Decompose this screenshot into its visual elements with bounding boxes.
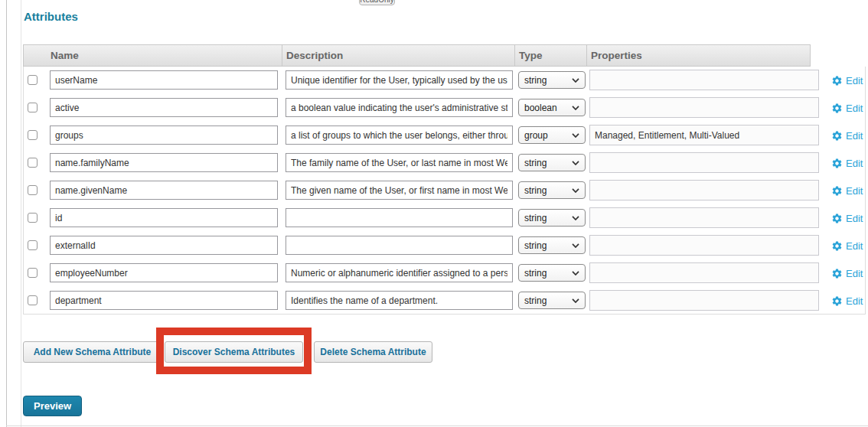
properties-input[interactable] [589,152,819,173]
type-select[interactable]: boolean [518,99,586,116]
attribute-description-input[interactable] [286,125,513,145]
table-row: string Edit [24,204,865,232]
attribute-name-input[interactable] [50,236,278,255]
attribute-name-input[interactable] [50,153,278,172]
edit-link[interactable]: Edit [831,94,863,122]
row-checkbox[interactable] [28,240,38,250]
edit-link[interactable]: Edit [831,204,863,232]
gear-icon [831,75,843,86]
attribute-name-input[interactable] [50,98,278,117]
edit-link[interactable]: Edit [831,259,863,287]
edit-label: Edit [846,213,863,224]
add-new-schema-attribute-button[interactable]: Add New Schema Attribute [23,341,162,363]
attribute-name-input[interactable] [50,291,278,310]
column-header-properties: Properties [591,45,642,66]
attribute-description-input[interactable] [286,291,513,310]
gear-icon [831,213,843,224]
type-select-value: string [524,158,547,168]
edit-link[interactable]: Edit [831,287,863,315]
row-checkbox[interactable] [28,213,38,223]
row-checkbox[interactable] [28,103,38,112]
type-select[interactable]: string [518,264,586,282]
attribute-name-input[interactable] [50,263,278,282]
edit-link[interactable]: Edit [831,149,863,177]
type-select-value: string [524,240,547,251]
row-checkbox[interactable] [28,158,38,168]
type-select[interactable]: group [518,126,586,144]
readonly-dropdown[interactable]: ReadOnly [359,0,395,5]
table-row: string Edit [24,67,865,94]
gear-icon [831,130,843,142]
row-checkbox[interactable] [28,268,38,278]
properties-input[interactable] [589,180,819,200]
divider [6,425,868,426]
table-row: string Edit [24,287,865,315]
type-select[interactable]: string [518,236,586,254]
properties-input[interactable] [589,262,819,283]
type-select[interactable]: string [518,154,586,171]
table-body: string Edit boolean Edit [23,67,866,315]
column-header-description: Description [286,45,343,66]
properties-input[interactable] [589,235,819,256]
chevron-down-icon [572,161,579,165]
edit-link[interactable]: Edit [831,122,863,149]
row-checkbox[interactable] [28,75,38,85]
attribute-name-input[interactable] [50,70,278,90]
attribute-description-input[interactable] [286,181,513,200]
chevron-down-icon [572,106,579,110]
edit-label: Edit [846,130,863,142]
chevron-down-icon [572,243,579,248]
type-select[interactable]: string [518,209,586,227]
chevron-down-icon [572,188,579,193]
divider [586,45,587,66]
edit-label: Edit [846,185,863,197]
type-select-value: string [524,295,547,306]
attribute-description-input[interactable] [286,98,513,117]
attribute-description-input[interactable] [286,208,513,227]
attribute-name-input[interactable] [50,125,278,145]
table-row: group Edit [24,122,865,149]
gear-icon [831,103,843,114]
table-row: string Edit [24,259,865,287]
type-select-value: string [524,268,547,279]
properties-input[interactable] [589,70,819,90]
type-select-value: string [524,185,547,196]
attribute-name-input[interactable] [50,181,278,200]
chevron-down-icon [572,133,579,138]
divider [282,45,282,66]
row-checkbox[interactable] [28,130,38,140]
edit-label: Edit [846,240,863,252]
divider [514,45,515,66]
gear-icon [831,268,843,279]
type-select[interactable]: string [518,71,586,89]
properties-input[interactable] [589,97,819,118]
attribute-description-input[interactable] [286,70,513,90]
edit-link[interactable]: Edit [831,67,863,94]
table-row: string Edit [24,232,865,259]
attribute-description-input[interactable] [286,263,513,282]
delete-schema-attribute-button[interactable]: Delete Schema Attribute [314,341,432,363]
gear-icon [831,185,843,197]
type-select-value: string [524,75,547,86]
row-checkbox[interactable] [28,295,38,305]
properties-input[interactable] [589,125,819,145]
column-header-type: Type [519,45,543,66]
type-select[interactable]: string [518,292,586,309]
table-row: string Edit [24,149,865,177]
table-header: Name Description Type Properties [23,44,811,67]
preview-button[interactable]: Preview [23,396,82,416]
table-row: string Edit [24,177,865,204]
type-select[interactable]: string [518,181,586,199]
edit-link[interactable]: Edit [831,177,863,204]
attribute-name-input[interactable] [50,208,278,227]
properties-input[interactable] [589,290,819,311]
edit-link[interactable]: Edit [831,232,863,259]
discover-schema-attributes-button[interactable]: Discover Schema Attributes [165,341,303,363]
attribute-description-input[interactable] [286,236,513,255]
edit-label: Edit [846,268,863,279]
chevron-down-icon [572,216,579,220]
attribute-description-input[interactable] [286,153,513,172]
edit-label: Edit [846,103,863,114]
row-checkbox[interactable] [28,185,38,195]
properties-input[interactable] [589,207,819,228]
